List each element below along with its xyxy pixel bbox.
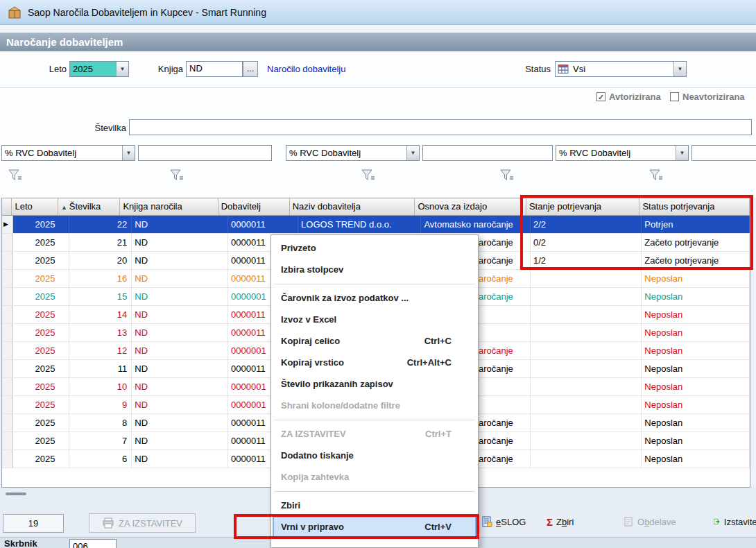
chevron-down-icon[interactable]: ▼ (673, 62, 686, 76)
menu-item-label: Število prikazanih zapisov (281, 373, 393, 395)
cell-stevilka: 9 (69, 396, 132, 413)
filter-funnel-icon[interactable] (7, 168, 24, 186)
knjiga-browse-button[interactable]: ... (243, 61, 258, 77)
column-header-0[interactable]: Leto (12, 198, 58, 215)
cell-knjiga: ND (132, 432, 228, 449)
izstavitev-icon (713, 516, 721, 527)
menu-item-label: Dodatno tiskanje (281, 445, 354, 466)
divider (0, 87, 756, 88)
menu-item-label: Kopija zahtevka (281, 466, 349, 488)
cell-stevilka: 13 (69, 324, 132, 341)
menu-item-shortcut: Ctrl+C (424, 330, 452, 352)
table-row[interactable]: ▶202522ND0000011LOGOS TREND d.o.o.Avtoma… (2, 216, 750, 234)
rvc-filter-input-2[interactable] (422, 145, 553, 161)
cell-status: Začeto potrjevanje (642, 252, 750, 269)
cell-leto: 2025 (13, 324, 69, 341)
horizontal-scrollbar-thumb[interactable] (6, 493, 26, 495)
context-menu-item[interactable]: Kopiraj celicoCtrl+C (271, 330, 478, 352)
order-type-link[interactable]: Naročilo dobavitelju (267, 64, 345, 74)
window-title: Saop Naročila Dobaviteljem in Kupcev - S… (28, 0, 266, 25)
row-selector-cell (2, 360, 13, 377)
chevron-down-icon[interactable]: ▼ (406, 146, 419, 160)
filter-funnel-icon[interactable] (648, 168, 664, 186)
cell-stevilka: 20 (69, 252, 132, 269)
rvc-filter-input-1[interactable] (138, 145, 272, 161)
neavtorizirana-checkbox[interactable] (670, 92, 679, 101)
menu-item-label: ZA IZSTAVITEV (281, 423, 346, 445)
status-label: Status (515, 64, 551, 74)
column-header-1[interactable]: ▲Številka (58, 198, 121, 215)
chevron-down-icon[interactable]: ▼ (676, 146, 688, 160)
rvc-filter-combobox-2[interactable]: % RVC Dobavitelj ▼ (286, 145, 420, 161)
filter-funnel-icon[interactable] (499, 168, 515, 186)
operator-field[interactable]: 006 (69, 539, 117, 548)
row-selector-cell (2, 342, 13, 359)
cell-osnova: Avtomatsko naročanje (421, 216, 531, 233)
context-menu-items: PrivzetoIzbira stolpcevČarovnik za izvoz… (271, 237, 478, 538)
context-menu-item[interactable]: Izvoz v Excel (271, 309, 478, 330)
column-header-4[interactable]: Naziv dobavitelja (290, 198, 415, 215)
context-menu-item: Shrani kolone/dodatne filtre (271, 395, 478, 416)
menu-item-label: Čarovnik za izvoz podatkov ... (281, 287, 409, 309)
cell-leto: 2025 (13, 414, 69, 431)
column-header-5[interactable]: Osnova za izdajo (415, 198, 526, 215)
cell-knjiga: ND (132, 216, 228, 233)
knjiga-input[interactable]: ND (186, 61, 243, 77)
rvc-filter-combobox-3[interactable]: % RVC Dobavitelj ▼ (556, 145, 689, 161)
cell-stanje (531, 396, 642, 413)
cell-stevilka: 14 (69, 306, 132, 323)
cell-leto: 2025 (13, 378, 69, 395)
cell-status: Neposlan (642, 414, 750, 431)
filter-funnel-icon[interactable] (169, 168, 185, 186)
cell-knjiga: ND (132, 414, 228, 431)
cell-stanje (531, 288, 642, 305)
context-menu-item[interactable]: Kopiraj vrsticoCtrl+Alt+C (271, 352, 478, 373)
cell-knjiga: ND (132, 450, 228, 468)
sigma-icon: Σ (547, 516, 553, 528)
filter-funnel-icon[interactable] (360, 168, 377, 186)
rvc-filter-input-3[interactable] (691, 145, 756, 161)
context-menu-item[interactable]: Privzeto (271, 237, 478, 259)
context-menu-item[interactable]: Dodatno tiskanje (271, 445, 478, 466)
context-menu-item[interactable]: Zbiri (271, 495, 478, 516)
row-selector-cell (2, 306, 13, 323)
column-header-3[interactable]: Dobavitelj (218, 198, 290, 215)
menu-item-shortcut: Ctrl+T (425, 423, 452, 445)
menu-item-shortcut: Ctrl+Alt+C (407, 352, 452, 373)
cell-leto: 2025 (13, 216, 69, 233)
column-header-6[interactable]: Stanje potrjevanja (526, 198, 639, 215)
rvc-filter-combobox-1[interactable]: % RVC Dobavitelj ▼ (1, 145, 135, 161)
column-header-7[interactable]: Status potrjevanja (639, 198, 750, 215)
avtorizirana-checkbox[interactable]: ✓ (596, 92, 605, 101)
row-selector-cell (2, 414, 13, 431)
cell-stanje (531, 270, 642, 287)
eslog-button[interactable]: eSLOG (481, 516, 526, 527)
izstavitev-button[interactable]: Izstavitev (713, 516, 756, 527)
context-menu-item[interactable]: Število prikazanih zapisov (271, 373, 478, 395)
zbiri-button[interactable]: Σ Zbiri (547, 516, 574, 528)
cell-stanje (531, 450, 642, 468)
context-menu-item[interactable]: Vrni v pripravoCtrl+V (273, 516, 476, 538)
printer-icon (102, 517, 114, 529)
row-selector-cell (2, 288, 13, 305)
cell-stevilka: 6 (69, 450, 132, 468)
leto-combobox[interactable]: 2025 ▼ (69, 61, 129, 77)
cell-knjiga: ND (132, 324, 228, 341)
stevilka-input[interactable] (129, 119, 752, 135)
chevron-down-icon[interactable]: ▼ (116, 62, 128, 76)
row-selector-cell (2, 252, 13, 269)
menu-item-label: Kopiraj celico (281, 330, 340, 352)
column-header-2[interactable]: Knjiga naročila (120, 198, 218, 215)
chevron-down-icon[interactable]: ▼ (122, 146, 135, 160)
status-combobox[interactable]: Vsi ▼ (555, 61, 687, 77)
cell-leto: 2025 (13, 432, 69, 449)
cell-stevilka: 8 (69, 414, 132, 431)
application-window: { "title_bar": { "title": "Saop Naročila… (0, 0, 756, 548)
menu-item-label: Zbiri (281, 495, 300, 516)
row-selector-cell (2, 324, 13, 341)
user-role-label: Skrbnik (4, 538, 37, 548)
context-menu-item[interactable]: Izbira stolpcev (271, 259, 478, 280)
context-menu-item[interactable]: Čarovnik za izvoz podatkov ... (271, 287, 478, 309)
cell-leto: 2025 (13, 360, 69, 377)
table-header-row: Leto▲ŠtevilkaKnjiga naročilaDobaviteljNa… (2, 198, 750, 216)
